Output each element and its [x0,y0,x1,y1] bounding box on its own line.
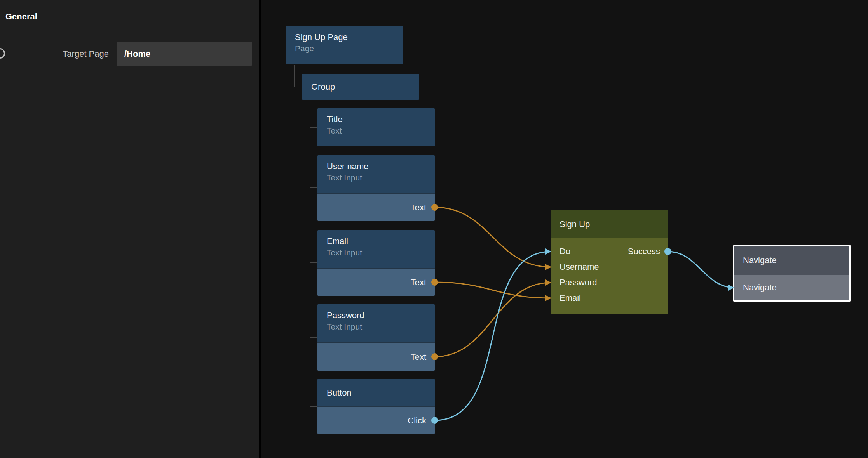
node-email[interactable]: Email Text Input Text [317,230,435,296]
panel-divider [259,0,261,458]
port-label: Password [559,275,597,290]
navigate-input-port[interactable]: Navigate [734,275,849,300]
node-header: Group [302,74,419,100]
node-subtitle: Text Input [327,172,425,183]
email-text-output-port[interactable]: Text [317,268,435,296]
node-header: Sign Up Page Page [286,26,403,64]
target-page-input[interactable]: /Home [117,42,252,66]
target-page-label: Target Page [23,43,109,65]
signup-password-input-port[interactable]: Password [551,275,668,290]
node-subtitle: Text Input [327,247,425,258]
node-sign-up-action[interactable]: Sign Up Do Success Username Password Ema… [551,210,668,314]
flow-editor: General Target Page /Home Sign Up Page P… [0,0,868,458]
node-header: Navigate [734,246,849,275]
properties-panel: General Target Page /Home [0,0,259,458]
signup-do-input-port[interactable]: Do Success [551,244,668,259]
radio-circle-icon[interactable] [0,48,5,59]
target-page-value: /Home [124,49,150,59]
node-user-name[interactable]: User name Text Input Text [317,155,435,221]
port-label: Text [411,278,426,288]
port-label: Username [559,259,599,275]
node-button[interactable]: Button Click [317,379,435,434]
node-title: Group [311,81,335,93]
node-navigate[interactable]: Navigate Navigate [733,245,851,302]
node-title: Sign Up [559,219,590,229]
button-click-output-port[interactable]: Click [317,406,435,434]
node-header: Sign Up [551,210,668,238]
port-label: Text [411,352,426,362]
node-header: Title Text [317,108,435,146]
node-title: Navigate [743,255,777,265]
port-label: Text [411,203,426,213]
node-header: Password Text Input [317,304,435,342]
node-password[interactable]: Password Text Input Text [317,304,435,371]
password-text-output-port[interactable]: Text [317,342,435,371]
username-text-output-port[interactable]: Text [317,193,435,221]
node-sign-up-page[interactable]: Sign Up Page Page [286,26,403,64]
node-header: Button [317,379,435,406]
node-subtitle: Text Input [327,321,425,332]
node-header: User name Text Input [317,155,435,193]
signup-username-input-port[interactable]: Username [551,259,668,275]
node-title: Title [327,114,425,125]
panel-title: General [5,12,37,22]
node-subtitle: Page [295,43,394,54]
node-subtitle: Text [327,125,425,136]
node-title: Password [327,310,425,321]
node-title: User name [327,161,425,172]
node-header: Email Text Input [317,230,435,268]
node-title: Sign Up Page [295,31,394,43]
signup-success-output-port[interactable]: Success [628,244,660,259]
node-title: Email [327,236,425,247]
node-title-text[interactable]: Title Text [317,108,435,146]
node-group[interactable]: Group [302,74,419,100]
node-title: Button [327,387,352,399]
node-body: Do Success Username Password Email [551,238,668,314]
port-label: Do [559,244,570,259]
port-label: Navigate [743,283,777,293]
port-label: Click [408,416,426,426]
signup-email-input-port[interactable]: Email [551,290,668,306]
port-label: Email [559,290,581,306]
